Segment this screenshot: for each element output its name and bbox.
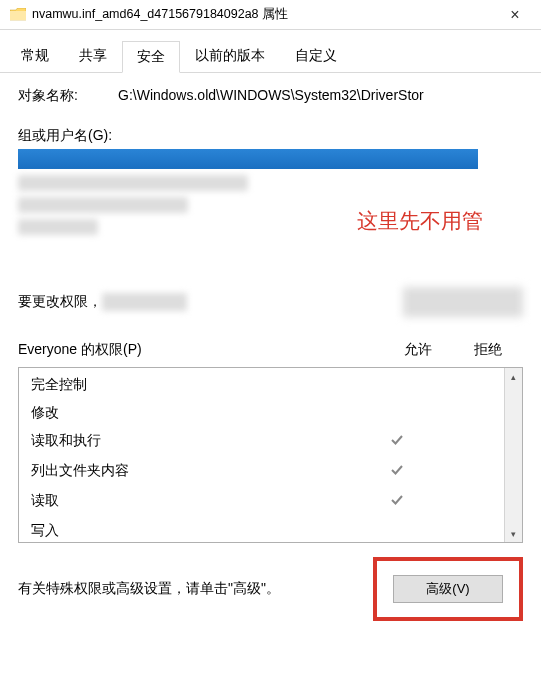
check-icon	[389, 492, 405, 508]
groups-selected-row[interactable]	[18, 149, 478, 169]
annotation-text: 这里先不用管	[357, 207, 483, 235]
permissions-header: Everyone 的权限(P) 允许 拒绝	[18, 341, 523, 359]
permissions-list: 完全控制 修改 读取和执行 列出文件夹内容 读取	[19, 368, 504, 542]
permission-allow-cell	[362, 404, 432, 422]
advanced-button-label: 高级(V)	[426, 580, 469, 598]
object-name-row: 对象名称: G:\Windows.old\WINDOWS\System32\Dr…	[18, 87, 523, 105]
tab-security-label: 安全	[137, 48, 165, 64]
permissions-listbox: 完全控制 修改 读取和执行 列出文件夹内容 读取	[18, 367, 523, 543]
permission-row-full-control[interactable]: 完全控制	[31, 376, 502, 394]
scrollbar-up-button[interactable]: ▴	[505, 368, 522, 385]
tab-custom[interactable]: 自定义	[280, 40, 352, 72]
check-icon	[389, 432, 405, 448]
tab-custom-label: 自定义	[295, 47, 337, 63]
permission-label: 写入	[31, 522, 362, 540]
close-button[interactable]: ×	[493, 1, 537, 29]
permissions-deny-header: 拒绝	[453, 341, 523, 359]
permission-deny-cell	[432, 404, 502, 422]
edit-button-blurred[interactable]	[403, 287, 523, 317]
permission-allow-cell	[362, 462, 432, 482]
groups-row-blurred	[18, 175, 248, 191]
permission-row-list-folder[interactable]: 列出文件夹内容	[31, 462, 502, 482]
permission-label: 完全控制	[31, 376, 362, 394]
tab-previous-versions[interactable]: 以前的版本	[180, 40, 280, 72]
permission-row-read-execute[interactable]: 读取和执行	[31, 432, 502, 452]
permission-deny-cell	[432, 492, 502, 512]
permissions-title: Everyone 的权限(P)	[18, 341, 383, 359]
advanced-row: 有关特殊权限或高级设置，请单击"高级"。 高级(V)	[18, 557, 523, 621]
permission-deny-cell	[432, 376, 502, 394]
permission-deny-cell	[432, 462, 502, 482]
permission-allow-cell	[362, 492, 432, 512]
permission-deny-cell	[432, 432, 502, 452]
title-bar: nvamwu.inf_amd64_d4715679184092a8 属性 ×	[0, 0, 541, 30]
tab-previous-label: 以前的版本	[195, 47, 265, 63]
scrollbar-down-button[interactable]: ▾	[505, 525, 522, 542]
permission-row-write[interactable]: 写入	[31, 522, 502, 540]
tab-sharing-label: 共享	[79, 47, 107, 63]
object-name-value: G:\Windows.old\WINDOWS\System32\DriverSt…	[118, 87, 523, 105]
advanced-help-text: 有关特殊权限或高级设置，请单击"高级"。	[18, 580, 367, 598]
tab-sharing[interactable]: 共享	[64, 40, 122, 72]
tab-content: 对象名称: G:\Windows.old\WINDOWS\System32\Dr…	[0, 73, 541, 631]
change-permissions-prefix: 要更改权限，	[18, 293, 102, 311]
advanced-button[interactable]: 高级(V)	[393, 575, 503, 603]
tab-general[interactable]: 常规	[6, 40, 64, 72]
permission-allow-cell	[362, 376, 432, 394]
groups-row-blurred	[18, 219, 98, 235]
close-icon: ×	[510, 6, 519, 24]
permission-deny-cell	[432, 522, 502, 540]
permission-allow-cell	[362, 432, 432, 452]
object-name-label: 对象名称:	[18, 87, 118, 105]
permissions-scrollbar[interactable]: ▴ ▾	[504, 368, 522, 542]
permission-row-read[interactable]: 读取	[31, 492, 502, 512]
change-permissions-text: 要更改权限，	[18, 293, 187, 311]
groups-label: 组或用户名(G):	[18, 127, 523, 145]
advanced-highlight-box: 高级(V)	[373, 557, 523, 621]
tab-security[interactable]: 安全	[122, 41, 180, 73]
permission-label: 读取	[31, 492, 362, 512]
permissions-allow-header: 允许	[383, 341, 453, 359]
change-permissions-row: 要更改权限，	[18, 287, 523, 317]
folder-icon	[10, 8, 26, 21]
change-permissions-blurred	[102, 293, 187, 311]
tab-general-label: 常规	[21, 47, 49, 63]
permission-row-modify[interactable]: 修改	[31, 404, 502, 422]
window-title: nvamwu.inf_amd64_d4715679184092a8 属性	[32, 6, 493, 23]
groups-listbox[interactable]: 这里先不用管	[18, 149, 523, 267]
check-icon	[389, 462, 405, 478]
permission-allow-cell	[362, 522, 432, 540]
tab-strip: 常规 共享 安全 以前的版本 自定义	[0, 30, 541, 73]
permission-label: 列出文件夹内容	[31, 462, 362, 482]
groups-row-blurred	[18, 197, 188, 213]
permission-label: 修改	[31, 404, 362, 422]
permission-label: 读取和执行	[31, 432, 362, 452]
